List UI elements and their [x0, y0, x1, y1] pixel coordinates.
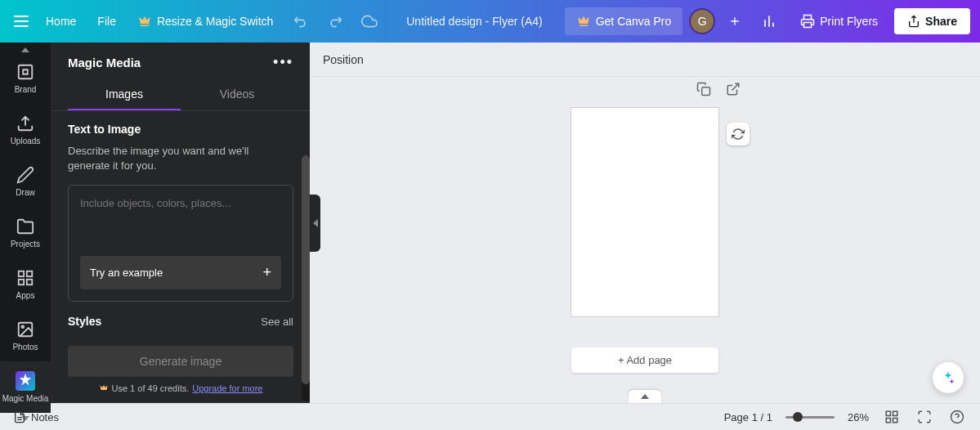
sidebar-label: Magic Media — [2, 394, 49, 403]
undo-icon — [293, 13, 309, 29]
fullscreen-button[interactable] — [915, 407, 934, 427]
sidebar-label: Projects — [11, 240, 40, 249]
cloud-sync-button[interactable] — [355, 7, 384, 36]
grid-icon — [884, 410, 899, 424]
tab-videos[interactable]: Videos — [181, 79, 293, 110]
share-button[interactable]: Share — [894, 8, 970, 34]
magic-media-panel: Magic Media ••• Images Videos Text to Im… — [51, 43, 310, 403]
svg-rect-11 — [893, 419, 897, 423]
generate-image-button[interactable]: Generate image — [68, 346, 293, 377]
see-all-styles-link[interactable]: See all — [261, 316, 293, 328]
prompt-container: Try an example + — [68, 185, 293, 302]
share-label: Share — [925, 15, 957, 28]
undo-button[interactable] — [286, 7, 315, 36]
canvas-viewport[interactable]: + Add page — [310, 77, 980, 403]
sidebar-item-magic-media[interactable]: Magic Media — [0, 361, 51, 413]
try-example-button[interactable]: Try an example + — [80, 256, 281, 289]
sidebar-item-draw[interactable]: Draw — [0, 155, 51, 207]
user-avatar[interactable]: G — [689, 8, 715, 34]
chevron-up-icon — [641, 394, 649, 399]
notes-label: Notes — [31, 411, 59, 423]
print-flyers-button[interactable]: Print Flyers — [790, 7, 888, 35]
resize-label: Resize & Magic Switch — [157, 15, 273, 28]
left-sidebar: Brand Uploads Draw Projects Apps Photos … — [0, 43, 51, 403]
sidebar-item-apps[interactable]: Apps — [0, 258, 51, 310]
svg-point-6 — [21, 325, 24, 328]
duplicate-page-button[interactable] — [694, 79, 714, 99]
svg-rect-8 — [886, 411, 890, 415]
main-menu-button[interactable] — [10, 10, 33, 33]
external-icon — [726, 82, 741, 96]
hamburger-icon — [14, 16, 29, 27]
page-options-button[interactable] — [723, 79, 743, 99]
bottom-bar: Notes Page 1 / 1 26% — [0, 403, 980, 430]
panel-scrollbar[interactable] — [302, 155, 310, 401]
projects-icon — [16, 217, 35, 236]
upgrade-link[interactable]: Upgrade for more — [192, 383, 262, 393]
panel-more-button[interactable]: ••• — [273, 54, 293, 71]
notes-icon — [13, 410, 26, 423]
help-icon — [950, 410, 964, 424]
panel-collapse-button[interactable] — [310, 195, 320, 252]
add-member-button[interactable] — [722, 8, 748, 34]
cloud-icon — [361, 13, 378, 29]
grid-view-button[interactable] — [882, 407, 902, 427]
magic-media-icon — [16, 371, 35, 391]
get-canva-pro-button[interactable]: Get Canva Pro — [565, 7, 683, 35]
sidebar-label: Brand — [15, 85, 37, 94]
plus-icon — [728, 15, 741, 28]
svg-rect-9 — [893, 411, 897, 415]
sidebar-item-projects[interactable]: Projects — [0, 207, 51, 258]
page-counter[interactable]: Page 1 / 1 — [724, 411, 772, 423]
design-page[interactable] — [571, 108, 718, 316]
panel-title: Magic Media — [68, 56, 141, 69]
refresh-icon — [732, 128, 745, 141]
crown-icon — [99, 383, 109, 393]
share-icon — [907, 15, 920, 28]
sidebar-label: Apps — [16, 291, 35, 300]
zoom-percentage[interactable]: 26% — [848, 411, 869, 423]
sidebar-item-brand[interactable]: Brand — [0, 52, 51, 104]
analytics-button[interactable] — [754, 7, 784, 36]
uploads-icon — [16, 114, 35, 133]
print-label: Print Flyers — [820, 15, 878, 28]
crown-icon — [137, 14, 152, 29]
svg-rect-3 — [19, 280, 24, 284]
chart-icon — [761, 13, 777, 29]
svg-rect-2 — [27, 271, 32, 276]
sidebar-label: Uploads — [11, 137, 41, 146]
refresh-button[interactable] — [727, 123, 750, 146]
sidebar-item-uploads[interactable]: Uploads — [0, 104, 51, 155]
resize-magic-switch-button[interactable]: Resize & Magic Switch — [129, 9, 281, 34]
redo-button[interactable] — [320, 7, 350, 36]
top-header: Home File Resize & Magic Switch Untitled… — [0, 0, 980, 43]
magic-fab-button[interactable] — [933, 362, 964, 393]
position-button[interactable]: Position — [323, 53, 364, 66]
prompt-input[interactable] — [80, 197, 281, 241]
sidebar-label: Draw — [16, 188, 34, 197]
crown-icon — [576, 14, 591, 29]
zoom-slider[interactable] — [785, 416, 835, 419]
styles-heading: Styles — [68, 315, 101, 328]
add-page-button[interactable]: + Add page — [571, 347, 718, 373]
sidebar-item-photos[interactable]: Photos — [0, 310, 51, 361]
copy-icon — [696, 82, 711, 96]
home-link[interactable]: Home — [38, 10, 84, 33]
credits-text: Use 1 of 49 credits. — [112, 383, 190, 393]
draw-icon — [16, 165, 35, 185]
section-description: Describe the image you want and we'll ge… — [68, 144, 293, 173]
notes-button[interactable]: Notes — [13, 410, 59, 423]
file-menu[interactable]: File — [89, 10, 124, 33]
tab-images[interactable]: Images — [68, 79, 181, 110]
page-list-expand[interactable] — [629, 390, 661, 403]
text-to-image-heading: Text to Image — [68, 123, 293, 136]
svg-rect-0 — [19, 65, 33, 79]
plus-icon: + — [262, 264, 271, 281]
design-title[interactable]: Untitled design - Flyer (A4) — [406, 15, 543, 28]
sidebar-label: Photos — [12, 343, 38, 352]
svg-rect-1 — [19, 271, 24, 276]
chevron-left-icon — [313, 219, 318, 227]
redo-icon — [327, 13, 343, 29]
svg-rect-10 — [886, 419, 890, 423]
help-button[interactable] — [947, 407, 967, 427]
